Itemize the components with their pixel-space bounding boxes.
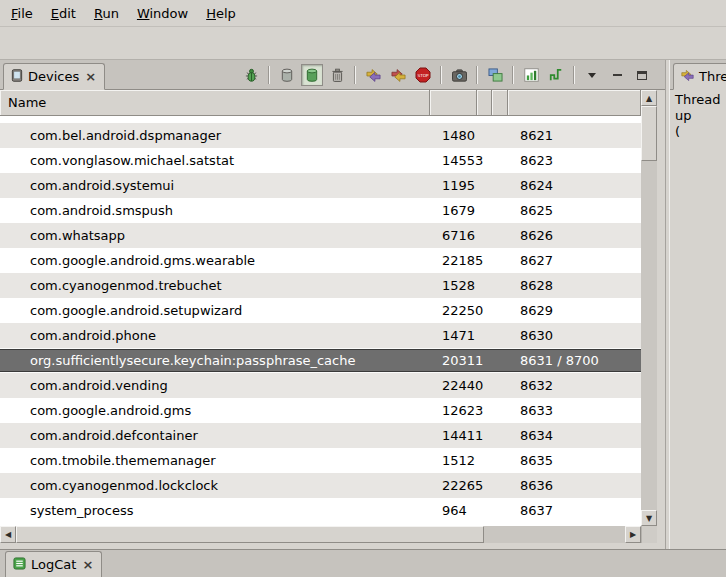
column-header-pid[interactable] [430, 90, 477, 116]
menu-file[interactable]: File [2, 2, 42, 25]
process-name-cell: com.cyanogenmod.trebuchet [0, 278, 430, 293]
table-top-spacer [0, 116, 641, 123]
process-name-cell: com.bel.android.dspmanager [0, 128, 430, 143]
stop-process-icon[interactable]: STOP [412, 64, 434, 86]
table-row[interactable]: com.vonglasow.michael.satstat 14553 8623 [0, 148, 641, 173]
pid-cell: 964 [430, 503, 477, 518]
column-header-name[interactable]: Name [0, 90, 430, 116]
table-row[interactable]: org.sufficientlysecure.keychain:passphra… [0, 348, 641, 373]
pid-cell: 14411 [430, 428, 477, 443]
menu-edit[interactable]: Edit [42, 2, 85, 25]
process-name-cell: system_process [0, 503, 430, 518]
main-area: Devices × [0, 60, 726, 549]
table-row[interactable]: com.android.phone 1471 8630 [0, 323, 641, 348]
device-table: Name com.bel.android.dspmanager 1480 862… [0, 90, 657, 543]
tab-devices-label: Devices [28, 69, 79, 84]
port-cell: 8624 [508, 178, 641, 193]
threads-message: Thread up ( [670, 90, 726, 549]
table-row[interactable]: com.android.defcontainer 14411 8634 [0, 423, 641, 448]
scrollbar-corner [641, 526, 657, 543]
pid-cell: 1480 [430, 128, 477, 143]
table-row[interactable]: com.android.systemui 1195 8624 [0, 173, 641, 198]
tab-threads[interactable]: Threa [673, 63, 726, 90]
maximize-icon[interactable] [631, 64, 653, 86]
menu-help[interactable]: Help [197, 2, 245, 25]
menu-window[interactable]: Window [128, 2, 197, 25]
threads-message-line2: ( [675, 124, 726, 140]
tab-logcat[interactable]: LogCat × [5, 551, 102, 577]
pid-cell: 1471 [430, 328, 477, 343]
dump-hprof-icon[interactable] [301, 64, 323, 86]
port-cell: 8629 [508, 303, 641, 318]
logcat-bar: LogCat × [0, 549, 726, 577]
threads-icon [681, 69, 694, 85]
menu-run[interactable]: Run [85, 2, 128, 25]
horizontal-scroll-track[interactable] [16, 526, 625, 543]
table-row[interactable]: com.google.android.gms 12623 8633 [0, 398, 641, 423]
process-name-cell: com.android.phone [0, 328, 430, 343]
port-cell: 8631 / 8700 [508, 353, 641, 368]
threads-message-line1: Thread up [675, 92, 726, 124]
process-name-cell: com.vonglasow.michael.satstat [0, 153, 430, 168]
scroll-down-icon[interactable]: ▼ [641, 510, 657, 526]
screen-capture-icon[interactable] [448, 64, 470, 86]
threads-panel: Threa Thread up ( [669, 60, 726, 549]
tab-devices[interactable]: Devices × [3, 63, 105, 90]
method-profiling-icon[interactable] [520, 64, 542, 86]
scroll-up-icon[interactable]: ▲ [641, 90, 657, 106]
close-icon[interactable]: × [81, 558, 94, 571]
threads-tabbar: Threa [670, 60, 726, 90]
scroll-left-icon[interactable]: ◀ [0, 526, 16, 543]
table-row[interactable]: com.google.android.gms.wearable 22185 86… [0, 248, 641, 273]
column-header-port[interactable] [508, 90, 641, 116]
table-row[interactable]: com.whatsapp 6716 8626 [0, 223, 641, 248]
port-cell: 8634 [508, 428, 641, 443]
minimize-icon[interactable] [606, 64, 628, 86]
tab-logcat-label: LogCat [31, 557, 76, 572]
column-header-status[interactable] [477, 90, 492, 116]
stop-threads-icon[interactable] [387, 64, 409, 86]
vertical-scroll-thumb[interactable] [641, 106, 657, 161]
toolbar-separator [354, 66, 356, 84]
update-heap-icon[interactable] [276, 64, 298, 86]
table-row[interactable]: com.cyanogenmod.lockclock 22265 8636 [0, 473, 641, 498]
cause-gc-icon[interactable] [326, 64, 348, 86]
horizontal-scroll-thumb[interactable] [16, 526, 484, 543]
table-row[interactable]: com.cyanogenmod.trebuchet 1528 8628 [0, 273, 641, 298]
process-name-cell: com.google.android.gms.wearable [0, 253, 430, 268]
table-row[interactable]: system_process 964 8637 [0, 498, 641, 523]
port-cell: 8626 [508, 228, 641, 243]
vertical-scroll-track[interactable] [641, 106, 657, 510]
table-row[interactable]: com.bel.android.dspmanager 1480 8621 [0, 123, 641, 148]
port-cell: 8625 [508, 203, 641, 218]
column-header-debug[interactable] [492, 90, 508, 116]
table-row[interactable]: com.tmobile.thememanager 1512 8635 [0, 448, 641, 473]
toolbar-separator [573, 66, 575, 84]
table-row[interactable]: com.android.smspush 1679 8625 [0, 198, 641, 223]
process-name-cell: com.android.smspush [0, 203, 430, 218]
table-row[interactable]: com.android.vending 22440 8632 [0, 373, 641, 398]
scroll-right-icon[interactable]: ▶ [625, 526, 641, 543]
pid-cell: 6716 [430, 228, 477, 243]
pid-cell: 12623 [430, 403, 477, 418]
vertical-scrollbar[interactable]: ▲ ▼ [641, 90, 657, 526]
horizontal-scrollbar[interactable]: ◀ ▶ [0, 526, 641, 543]
device-table-body: com.bel.android.dspmanager 1480 8621 com… [0, 116, 641, 526]
pid-cell: 20311 [430, 353, 477, 368]
main-toolbar [0, 27, 726, 60]
port-cell: 8637 [508, 503, 641, 518]
hierarchy-view-icon[interactable] [484, 64, 506, 86]
pid-cell: 1512 [430, 453, 477, 468]
port-cell: 8623 [508, 153, 641, 168]
devices-panel: Devices × [0, 60, 666, 549]
debug-process-icon[interactable] [240, 64, 262, 86]
update-threads-icon[interactable] [362, 64, 384, 86]
tracing-icon[interactable] [545, 64, 567, 86]
close-icon[interactable]: × [84, 70, 97, 83]
tab-threads-label: Threa [699, 69, 726, 84]
table-row[interactable]: com.google.android.setupwizard 22250 862… [0, 298, 641, 323]
view-menu-icon[interactable] [581, 64, 603, 86]
menu-bar: FileEditRunWindowHelp [0, 0, 726, 27]
pid-cell: 1679 [430, 203, 477, 218]
pid-cell: 22250 [430, 303, 477, 318]
